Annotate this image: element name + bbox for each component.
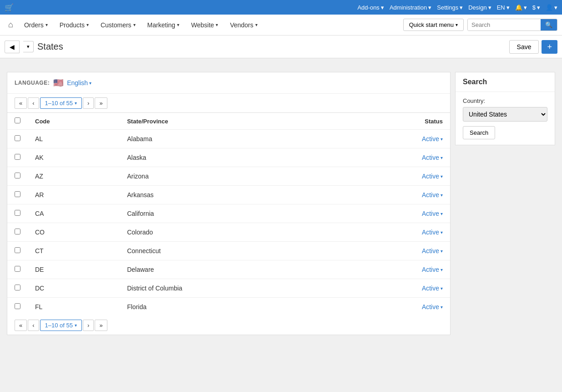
code-cell: CT [28,242,120,260]
marketing-nav[interactable]: Marketing ▾ [143,20,184,31]
status-badge[interactable]: Active ▾ [422,247,443,255]
code-cell: AR [28,186,120,204]
table-row: AK Alaska Active ▾ [7,148,450,167]
status-badge[interactable]: Active ▾ [422,285,443,292]
cart-icon[interactable]: 🛒 [5,3,14,12]
customers-nav[interactable]: Customers ▾ [96,20,140,31]
notifications-menu[interactable]: 🔔 ▾ [515,4,527,11]
vendors-nav[interactable]: Vendors ▾ [225,20,262,31]
row-checkbox[interactable] [15,229,20,234]
products-nav[interactable]: Products ▾ [55,20,93,31]
code-cell: AZ [28,167,120,186]
row-checkbox[interactable] [15,135,20,141]
status-badge[interactable]: Active ▾ [422,303,443,311]
status-badge[interactable]: Active ▾ [422,229,443,236]
row-checkbox[interactable] [15,154,20,160]
language-selector[interactable]: English ▾ [67,79,91,87]
back-button[interactable]: ◀ [5,41,20,53]
state-cell: Florida [120,298,339,316]
status-badge[interactable]: Active ▾ [422,173,443,180]
last-page-button[interactable]: » [95,97,107,109]
nav-search: 🔍 [467,19,557,31]
status-badge[interactable]: Active ▾ [422,210,443,217]
row-checkbox[interactable] [15,173,20,178]
table-row: FL Florida Active ▾ [7,298,450,316]
row-checkbox[interactable] [15,210,20,216]
page-header: ◀ ▾ States Save + [0,36,562,58]
addons-menu[interactable]: Add-ons ▾ [357,4,384,11]
sidebar-search-button[interactable]: Search [463,126,495,139]
language-bar: LANGUAGE: 🇺🇸 English ▾ [7,72,450,94]
pagination-top: « ‹ 1–10 of 55 ▾ › » [7,94,450,112]
state-cell: Alabama [120,130,339,148]
website-nav[interactable]: Website ▾ [187,20,223,31]
state-cell: California [120,204,339,223]
search-submit-button[interactable]: 🔍 [541,19,557,31]
flag-icon: 🇺🇸 [53,78,63,88]
status-badge[interactable]: Active ▾ [422,266,443,273]
first-page-button-bottom[interactable]: « [15,320,27,331]
states-table: Code State/Province Status AL Alabama Ac… [7,112,450,316]
quick-start-button[interactable]: Quick start menu ▾ [403,19,464,31]
row-checkbox[interactable] [15,247,20,253]
table-row: CA California Active ▾ [7,204,450,223]
status-badge[interactable]: Active ▾ [422,154,443,161]
state-cell: Connecticut [120,242,339,260]
next-page-button[interactable]: › [83,97,94,109]
search-input[interactable] [468,19,541,31]
table-row: AL Alabama Active ▾ [7,130,450,148]
row-checkbox[interactable] [15,303,20,309]
last-page-button-bottom[interactable]: » [95,320,107,331]
state-cell: Arkansas [120,186,339,204]
code-cell: DE [28,260,120,279]
table-row: CT Connecticut Active ▾ [7,242,450,260]
country-field-label: Country: [463,97,547,104]
language-menu[interactable]: EN ▾ [497,4,510,11]
state-column-header: State/Province [120,113,339,130]
language-label: LANGUAGE: [15,80,50,86]
code-cell: DC [28,279,120,298]
page-info[interactable]: 1–10 of 55 ▾ [40,97,82,109]
row-checkbox[interactable] [15,285,20,290]
nav-bar: ⌂ Orders ▾ Products ▾ Customers ▾ Market… [0,15,562,36]
save-button[interactable]: Save [509,40,539,54]
currency-menu[interactable]: $ ▾ [532,4,540,11]
orders-nav[interactable]: Orders ▾ [20,20,52,31]
settings-menu[interactable]: Settings ▾ [437,4,463,11]
content-area: LANGUAGE: 🇺🇸 English ▾ « ‹ 1–10 of 55 ▾ … [7,72,451,335]
status-badge[interactable]: Active ▾ [422,191,443,199]
row-checkbox[interactable] [15,191,20,197]
table-row: CO Colorado Active ▾ [7,223,450,242]
state-cell: District of Columbia [120,279,339,298]
state-cell: Alaska [120,148,339,167]
select-all-checkbox[interactable] [15,117,20,123]
code-cell: AL [28,130,120,148]
sidebar-title: Search [456,72,555,92]
code-column-header: Code [28,113,120,130]
table-row: DC District of Columbia Active ▾ [7,279,450,298]
country-select[interactable]: United States Canada United Kingdom Aust… [463,107,547,122]
top-bar: 🛒 Add-ons ▾ Administration ▾ Settings ▾ … [0,0,562,15]
prev-page-button[interactable]: ‹ [28,97,39,109]
add-button[interactable]: + [542,40,557,54]
user-menu[interactable]: 👤 ▾ [546,4,557,11]
page-info-bottom[interactable]: 1–10 of 55 ▾ [40,320,82,331]
status-column-header: Status [339,113,450,130]
table-row: AR Arkansas Active ▾ [7,186,450,204]
pagination-bottom: « ‹ 1–10 of 55 ▾ › » [7,316,450,335]
code-cell: CA [28,204,120,223]
status-badge[interactable]: Active ▾ [422,135,443,143]
administration-menu[interactable]: Administration ▾ [390,4,431,11]
home-button[interactable]: ⌂ [5,18,17,31]
state-cell: Delaware [120,260,339,279]
design-menu[interactable]: Design ▾ [468,4,491,11]
back-dropdown[interactable]: ▾ [23,41,34,52]
row-checkbox[interactable] [15,266,20,272]
state-cell: Colorado [120,223,339,242]
page-title: States [37,41,63,52]
code-cell: AK [28,148,120,167]
first-page-button[interactable]: « [15,97,27,109]
next-page-button-bottom[interactable]: › [83,320,94,331]
table-row: AZ Arizona Active ▾ [7,167,450,186]
prev-page-button-bottom[interactable]: ‹ [28,320,39,331]
